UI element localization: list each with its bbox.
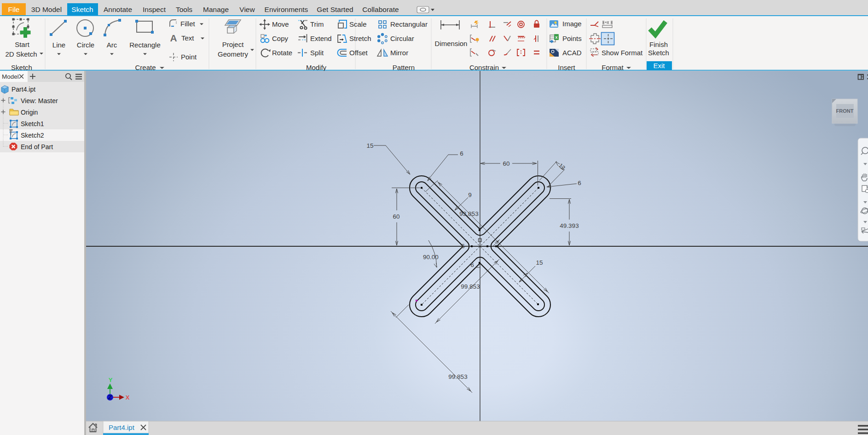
svg-text:Sketch1: Sketch1 bbox=[21, 120, 44, 128]
svg-text:Fillet: Fillet bbox=[180, 20, 196, 28]
svg-text:Rotate: Rotate bbox=[272, 49, 292, 57]
svg-text:6: 6 bbox=[470, 261, 474, 268]
svg-text:Line: Line bbox=[52, 41, 65, 49]
svg-text:Get Started: Get Started bbox=[317, 6, 353, 13]
svg-text:Move: Move bbox=[272, 20, 289, 28]
svg-text:Constrain: Constrain bbox=[469, 64, 499, 71]
svg-text:Extend: Extend bbox=[310, 35, 332, 42]
svg-text:49.393: 49.393 bbox=[560, 222, 579, 229]
svg-text:Show Format: Show Format bbox=[602, 49, 643, 57]
svg-text:Offset: Offset bbox=[349, 49, 368, 57]
svg-text:Stretch: Stretch bbox=[349, 35, 371, 42]
svg-text:Sketch2: Sketch2 bbox=[21, 132, 44, 139]
svg-text:Sketch: Sketch bbox=[648, 49, 669, 57]
svg-text:99.853: 99.853 bbox=[448, 373, 467, 380]
svg-text:90.00: 90.00 bbox=[423, 254, 439, 261]
svg-text:Text: Text bbox=[181, 34, 194, 42]
svg-text:Rectangular: Rectangular bbox=[390, 20, 428, 28]
svg-text:Modify: Modify bbox=[306, 64, 327, 71]
svg-text:View: Master: View: Master bbox=[21, 97, 58, 104]
svg-text:60: 60 bbox=[393, 213, 399, 220]
svg-text:Copy: Copy bbox=[272, 35, 289, 42]
svg-text:Points: Points bbox=[562, 35, 582, 42]
svg-text:A: A bbox=[170, 33, 177, 43]
svg-text:X: X bbox=[126, 394, 130, 401]
svg-text:Pattern: Pattern bbox=[393, 64, 415, 71]
svg-text:Project: Project bbox=[222, 41, 244, 48]
svg-text:Geometry: Geometry bbox=[218, 50, 248, 58]
svg-text:Origin: Origin bbox=[21, 109, 38, 116]
svg-text:Finish: Finish bbox=[649, 41, 668, 48]
svg-text:Point: Point bbox=[181, 53, 197, 61]
svg-text:6: 6 bbox=[460, 150, 463, 157]
svg-text:Split: Split bbox=[310, 49, 324, 57]
svg-text:Start: Start bbox=[15, 41, 30, 48]
svg-text:Mirror: Mirror bbox=[390, 49, 408, 57]
svg-text:File: File bbox=[8, 6, 20, 13]
svg-text:15: 15 bbox=[366, 142, 373, 149]
svg-text:Dimension: Dimension bbox=[435, 40, 468, 47]
svg-text:Exit: Exit bbox=[653, 62, 665, 70]
svg-text:Circle: Circle bbox=[77, 41, 94, 49]
svg-text:Scale: Scale bbox=[349, 20, 367, 28]
svg-text:Annotate: Annotate bbox=[104, 6, 132, 13]
svg-text:Tools: Tools bbox=[176, 6, 192, 13]
svg-text:Trim: Trim bbox=[310, 20, 324, 28]
svg-text:Manage: Manage bbox=[203, 6, 229, 13]
svg-text:Model: Model bbox=[2, 73, 19, 80]
svg-text:Rectangle: Rectangle bbox=[129, 41, 161, 49]
svg-text:2D Sketch: 2D Sketch bbox=[5, 50, 37, 58]
svg-text:15: 15 bbox=[536, 259, 543, 266]
svg-text:Sketch: Sketch bbox=[71, 6, 93, 13]
svg-text:6: 6 bbox=[461, 243, 465, 249]
svg-text:Y: Y bbox=[109, 377, 113, 383]
svg-text:Sketch: Sketch bbox=[11, 64, 32, 71]
svg-text:Part4.ipt: Part4.ipt bbox=[109, 423, 135, 431]
svg-text:ACAD: ACAD bbox=[562, 49, 582, 57]
svg-text:3D Model: 3D Model bbox=[31, 6, 62, 13]
svg-text:6: 6 bbox=[578, 180, 581, 186]
svg-text:Arc: Arc bbox=[107, 41, 117, 49]
svg-text:Collaborate: Collaborate bbox=[362, 6, 399, 13]
svg-text:Circular: Circular bbox=[390, 35, 414, 42]
svg-text:End of Part: End of Part bbox=[21, 143, 53, 151]
svg-text:Inspect: Inspect bbox=[143, 6, 166, 13]
svg-text:Insert: Insert bbox=[558, 64, 575, 71]
svg-text:Create: Create bbox=[135, 64, 156, 71]
svg-text:FRONT: FRONT bbox=[836, 108, 854, 114]
svg-text:9: 9 bbox=[468, 191, 472, 198]
svg-text:Environments: Environments bbox=[265, 6, 308, 13]
svg-text:View: View bbox=[239, 6, 255, 13]
svg-text:Format: Format bbox=[602, 64, 624, 71]
svg-text:x: x bbox=[555, 35, 557, 40]
svg-text:Image: Image bbox=[562, 20, 582, 28]
svg-text:99.853: 99.853 bbox=[461, 283, 480, 290]
svg-text:60: 60 bbox=[503, 160, 509, 167]
svg-text:93.853: 93.853 bbox=[459, 210, 478, 217]
svg-text:Part4.ipt: Part4.ipt bbox=[12, 86, 35, 93]
